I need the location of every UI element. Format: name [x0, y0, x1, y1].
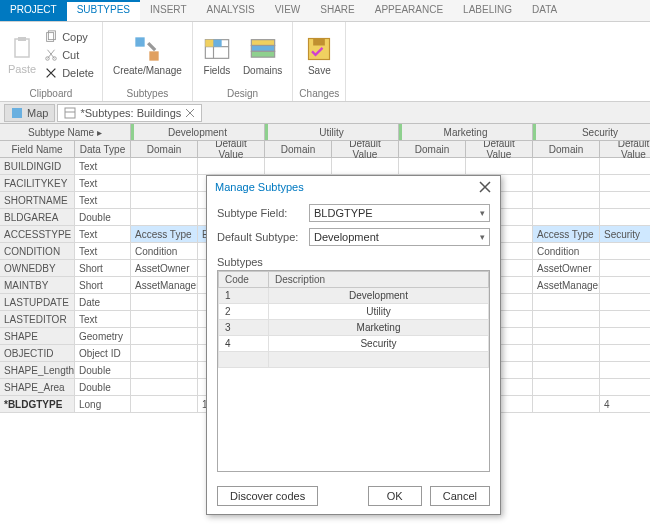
cell[interactable]: Text [75, 192, 131, 209]
delete-button[interactable]: Delete [42, 65, 96, 81]
table-row[interactable]: 3Marketing [219, 320, 489, 336]
cell[interactable] [600, 243, 650, 260]
cell[interactable] [600, 175, 650, 192]
cell[interactable]: Short [75, 260, 131, 277]
cell[interactable]: Text [75, 175, 131, 192]
tab-subtypes[interactable]: SUBTYPES [67, 0, 140, 21]
cell[interactable]: BUILDINGID [0, 158, 75, 175]
cell[interactable]: Text [75, 158, 131, 175]
cell[interactable]: AssetOwner [533, 260, 600, 277]
tab-insert[interactable]: INSERT [140, 0, 197, 21]
cell[interactable] [198, 158, 265, 175]
cell[interactable]: SHORTNAME [0, 192, 75, 209]
cell[interactable] [600, 277, 650, 294]
cell[interactable]: Date [75, 294, 131, 311]
cell[interactable] [600, 294, 650, 311]
col-util-domain[interactable]: Domain [265, 141, 332, 158]
table-row[interactable] [219, 352, 489, 368]
cell[interactable]: SHAPE_Area [0, 379, 75, 396]
col-dev-default[interactable]: Default Value [198, 141, 265, 158]
cell[interactable]: AssetManager [533, 277, 600, 294]
col-sec-default[interactable]: Default Value [600, 141, 650, 158]
cell[interactable]: SHAPE [0, 328, 75, 345]
col-group-development[interactable]: Development [131, 124, 265, 141]
cell[interactable]: Condition [533, 243, 600, 260]
doc-tab-subtypes[interactable]: *Subtypes: Buildings [57, 104, 202, 122]
col-util-default[interactable]: Default Value [332, 141, 399, 158]
col-group-security[interactable]: Security [533, 124, 650, 141]
copy-button[interactable]: Copy [42, 29, 96, 45]
tab-project[interactable]: PROJECT [0, 0, 67, 21]
cell[interactable]: Text [75, 226, 131, 243]
cell[interactable]: SHAPE_Length [0, 362, 75, 379]
cell[interactable] [600, 209, 650, 226]
cell[interactable] [533, 158, 600, 175]
tab-view[interactable]: VIEW [265, 0, 311, 21]
tab-analysis[interactable]: ANALYSIS [197, 0, 265, 21]
subtype-field-combo[interactable]: BLDGTYPE [309, 204, 490, 222]
tab-appearance[interactable]: APPEARANCE [365, 0, 453, 21]
ok-button[interactable]: OK [368, 486, 422, 506]
cell[interactable] [131, 396, 198, 413]
default-subtype-combo[interactable]: Development [309, 228, 490, 246]
table-row[interactable]: 2Utility [219, 304, 489, 320]
cell[interactable] [533, 294, 600, 311]
save-button[interactable]: Save [301, 33, 337, 78]
cell[interactable]: Short [75, 277, 131, 294]
cell[interactable] [533, 345, 600, 362]
cell[interactable]: Geometry [75, 328, 131, 345]
cell[interactable] [533, 379, 600, 396]
cell[interactable] [533, 362, 600, 379]
cell[interactable]: Object ID [75, 345, 131, 362]
cell[interactable] [131, 192, 198, 209]
cell[interactable] [533, 311, 600, 328]
cell[interactable] [131, 328, 198, 345]
cell[interactable]: 4 [600, 396, 650, 413]
cell[interactable] [600, 311, 650, 328]
cell[interactable]: ACCESSTYPE [0, 226, 75, 243]
cell[interactable]: Text [75, 311, 131, 328]
cell[interactable] [533, 192, 600, 209]
cell[interactable] [533, 209, 600, 226]
tab-share[interactable]: SHARE [310, 0, 364, 21]
cell[interactable]: AssetOwner [131, 260, 198, 277]
cell[interactable] [533, 175, 600, 192]
cell[interactable]: LASTEDITOR [0, 311, 75, 328]
col-dev-domain[interactable]: Domain [131, 141, 198, 158]
cell[interactable]: CONDITION [0, 243, 75, 260]
cell[interactable] [600, 158, 650, 175]
cell[interactable] [600, 362, 650, 379]
cell[interactable] [131, 294, 198, 311]
cell[interactable] [265, 158, 332, 175]
cell[interactable] [131, 345, 198, 362]
cell[interactable] [131, 209, 198, 226]
cell[interactable] [533, 396, 600, 413]
tab-labeling[interactable]: LABELING [453, 0, 522, 21]
col-sec-domain[interactable]: Domain [533, 141, 600, 158]
cell[interactable] [131, 158, 198, 175]
cell[interactable]: Text [75, 243, 131, 260]
cell[interactable]: Access Type [131, 226, 198, 243]
cell[interactable] [131, 311, 198, 328]
cell[interactable]: Security [600, 226, 650, 243]
subtypes-table[interactable]: CodeDescription 1Development 2Utility 3M… [217, 270, 490, 472]
cell[interactable]: AssetManager [131, 277, 198, 294]
cell[interactable] [466, 158, 533, 175]
cell[interactable]: MAINTBY [0, 277, 75, 294]
discover-codes-button[interactable]: Discover codes [217, 486, 318, 506]
cell[interactable]: Double [75, 209, 131, 226]
cell[interactable] [600, 379, 650, 396]
col-code[interactable]: Code [219, 272, 269, 288]
close-icon[interactable] [185, 108, 195, 118]
cell[interactable] [533, 328, 600, 345]
cell[interactable] [332, 158, 399, 175]
col-description[interactable]: Description [269, 272, 489, 288]
domains-button[interactable]: Domains [239, 33, 286, 78]
fields-button[interactable]: Fields [199, 33, 235, 78]
cell[interactable] [600, 328, 650, 345]
col-mkt-domain[interactable]: Domain [399, 141, 466, 158]
cell[interactable]: Long [75, 396, 131, 413]
cell[interactable]: OWNEDBY [0, 260, 75, 277]
cell[interactable] [131, 362, 198, 379]
cell[interactable]: Access Type [533, 226, 600, 243]
